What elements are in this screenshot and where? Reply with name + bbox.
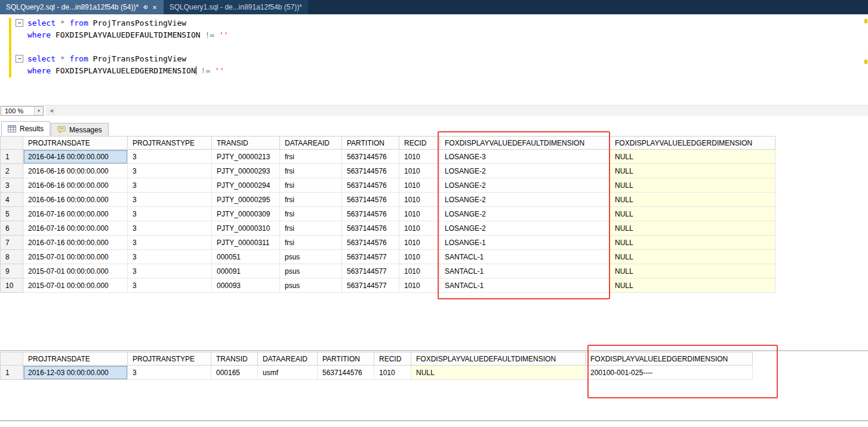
- table-cell[interactable]: 1010: [374, 366, 411, 380]
- table-cell[interactable]: 1010: [399, 150, 440, 164]
- column-header[interactable]: PROJTRANSTYPE: [128, 352, 211, 366]
- table-cell[interactable]: 5637144577: [342, 264, 399, 279]
- table-cell[interactable]: PJTY_00000293: [212, 164, 280, 178]
- table-cell[interactable]: LOSANGE-2: [440, 193, 610, 207]
- column-header[interactable]: DATAAREAID: [258, 352, 318, 366]
- column-header[interactable]: RECID: [374, 352, 411, 366]
- table-cell[interactable]: 2016-06-16 00:00:00.000: [23, 164, 128, 178]
- table-cell[interactable]: 2016-04-16 00:00:00.000: [23, 150, 128, 164]
- column-header[interactable]: FOXDISPLAYVALUELEDGERDIMENSION: [610, 137, 775, 150]
- table-cell[interactable]: LOSANGE-2: [440, 178, 610, 193]
- sql-editor[interactable]: −select * from ProjTransPostingViewwhere…: [0, 14, 868, 105]
- table-cell[interactable]: 3: [128, 207, 212, 221]
- table-cell[interactable]: 3: [128, 366, 211, 380]
- table-cell[interactable]: 1010: [399, 207, 440, 221]
- table-cell[interactable]: frsi: [280, 207, 342, 221]
- table-cell[interactable]: 2016-07-16 00:00:00.000: [23, 236, 128, 250]
- table-cell[interactable]: NULL: [411, 366, 586, 380]
- tab-messages[interactable]: Messages: [51, 123, 109, 136]
- table-cell[interactable]: 3: [128, 250, 212, 264]
- column-header[interactable]: FOXDISPLAYVALUEDEFAULTDIMENSION: [411, 352, 586, 366]
- table-cell[interactable]: PJTY_00000310: [212, 221, 280, 236]
- grid-corner-cell[interactable]: [1, 352, 23, 366]
- table-cell[interactable]: frsi: [280, 236, 342, 250]
- table-cell[interactable]: frsi: [280, 178, 342, 193]
- table-cell[interactable]: 5637144576: [318, 366, 374, 380]
- table-cell[interactable]: 3: [128, 193, 212, 207]
- table-cell[interactable]: NULL: [610, 207, 775, 221]
- table-cell[interactable]: 2016-07-16 00:00:00.000: [23, 221, 128, 236]
- table-cell[interactable]: LOSANGE-2: [440, 207, 610, 221]
- table-cell[interactable]: 5637144576: [342, 193, 399, 207]
- table-cell[interactable]: 3: [128, 221, 212, 236]
- column-header[interactable]: TRANSID: [212, 137, 280, 150]
- tab-sqlquery2[interactable]: SQLQuery2.sql - de...in891a12f54b (54))*…: [0, 0, 164, 14]
- table-cell[interactable]: LOSANGE-2: [440, 164, 610, 178]
- table-cell[interactable]: 2015-07-01 00:00:00.000: [23, 264, 128, 279]
- table-cell[interactable]: 3: [128, 164, 212, 178]
- column-header[interactable]: PARTITION: [342, 137, 399, 150]
- table-cell[interactable]: usmf: [258, 366, 318, 380]
- table-cell[interactable]: 1010: [399, 193, 440, 207]
- table-cell[interactable]: 000091: [212, 264, 280, 279]
- table-cell[interactable]: 1010: [399, 279, 440, 293]
- table-cell[interactable]: NULL: [610, 236, 775, 250]
- table-cell[interactable]: 2016-06-16 00:00:00.000: [23, 193, 128, 207]
- row-number[interactable]: 1: [1, 150, 23, 164]
- collapse-toggle-icon[interactable]: −: [16, 19, 23, 27]
- table-cell[interactable]: 2016-12-03 00:00:00.000: [23, 366, 128, 380]
- column-header[interactable]: PROJTRANSDATE: [23, 352, 128, 366]
- tab-results[interactable]: Results: [1, 121, 50, 136]
- row-number[interactable]: 7: [1, 236, 23, 250]
- chevron-down-icon[interactable]: ▼: [34, 107, 43, 115]
- row-number[interactable]: 3: [1, 178, 23, 193]
- table-cell[interactable]: 5637144576: [342, 178, 399, 193]
- table-cell[interactable]: NULL: [610, 221, 775, 236]
- table-cell[interactable]: 000093: [212, 279, 280, 293]
- zoom-dropdown[interactable]: 100 % ▼: [1, 106, 44, 116]
- table-cell[interactable]: PJTY_00000295: [212, 193, 280, 207]
- table-cell[interactable]: 5637144576: [342, 221, 399, 236]
- table-cell[interactable]: 2016-06-16 00:00:00.000: [23, 178, 128, 193]
- table-cell[interactable]: NULL: [610, 178, 775, 193]
- row-number[interactable]: 6: [1, 221, 23, 236]
- column-header[interactable]: DATAAREAID: [280, 137, 342, 150]
- table-cell[interactable]: SANTACL-1: [440, 264, 610, 279]
- table-cell[interactable]: 3: [128, 150, 212, 164]
- table-cell[interactable]: NULL: [610, 193, 775, 207]
- table-cell[interactable]: SANTACL-1: [440, 250, 610, 264]
- table-cell[interactable]: psus: [280, 264, 342, 279]
- table-cell[interactable]: LOSANGE-3: [440, 150, 610, 164]
- table-cell[interactable]: PJTY_00000311: [212, 236, 280, 250]
- table-cell[interactable]: LOSANGE-1: [440, 236, 610, 250]
- row-number[interactable]: 9: [1, 264, 23, 279]
- table-cell[interactable]: SANTACL-1: [440, 279, 610, 293]
- table-cell[interactable]: 5637144576: [342, 164, 399, 178]
- row-number[interactable]: 8: [1, 250, 23, 264]
- tab-sqlquery1[interactable]: SQLQuery1.sql - de...in891a12f54b (57))*: [164, 0, 308, 14]
- table-cell[interactable]: 1010: [399, 250, 440, 264]
- table-cell[interactable]: NULL: [610, 264, 775, 279]
- table-cell[interactable]: 3: [128, 178, 212, 193]
- column-header[interactable]: PROJTRANSDATE: [23, 137, 128, 150]
- table-cell[interactable]: PJTY_00000309: [212, 207, 280, 221]
- table-cell[interactable]: 000165: [211, 366, 258, 380]
- table-cell[interactable]: 2015-07-01 00:00:00.000: [23, 250, 128, 264]
- table-cell[interactable]: 3: [128, 279, 212, 293]
- table-cell[interactable]: frsi: [280, 221, 342, 236]
- table-cell[interactable]: 000051: [212, 250, 280, 264]
- row-number[interactable]: 2: [1, 164, 23, 178]
- column-header[interactable]: PROJTRANSTYPE: [128, 137, 212, 150]
- table-cell[interactable]: NULL: [610, 150, 775, 164]
- row-number[interactable]: 1: [1, 366, 23, 380]
- table-cell[interactable]: 1010: [399, 236, 440, 250]
- table-cell[interactable]: NULL: [610, 250, 775, 264]
- table-cell[interactable]: 5637144577: [342, 279, 399, 293]
- row-number[interactable]: 10: [1, 279, 23, 293]
- close-icon[interactable]: ×: [152, 4, 158, 11]
- column-header[interactable]: TRANSID: [211, 352, 258, 366]
- table-cell[interactable]: 5637144576: [342, 150, 399, 164]
- table-cell[interactable]: 5637144577: [342, 250, 399, 264]
- table-cell[interactable]: 1010: [399, 164, 440, 178]
- column-header[interactable]: PARTITION: [318, 352, 374, 366]
